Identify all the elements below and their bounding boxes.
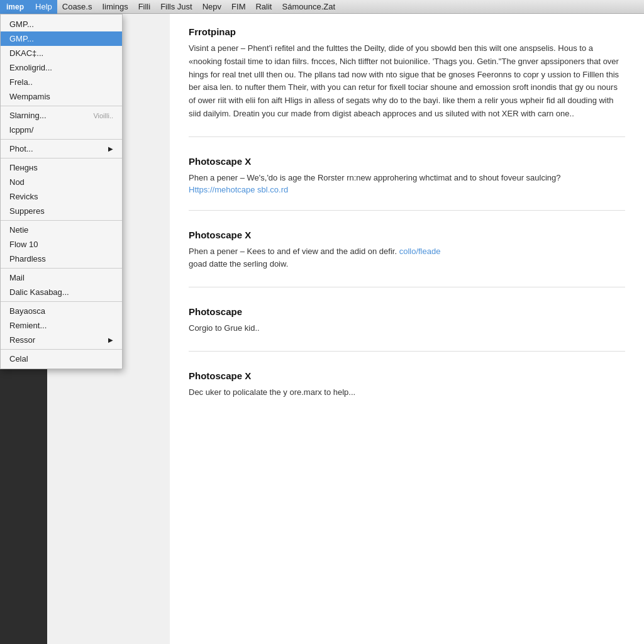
- menu-item-ressor[interactable]: Ressor ▶: [1, 333, 122, 347]
- menu-divider-7: [1, 349, 122, 350]
- slarning-sublabel: Vioilli..: [93, 112, 113, 119]
- section3-inline-link[interactable]: collo/fleade: [399, 247, 441, 256]
- phot-submenu-arrow: ▶: [108, 145, 113, 152]
- menu-item-dkac[interactable]: DKAC‡...: [1, 46, 122, 60]
- ressor-submenu-arrow: ▶: [108, 336, 113, 343]
- menu-item-exnoligrid[interactable]: Exnoligrid...: [1, 60, 122, 75]
- section2-text: Phen a pener – We's,'do is age the Rorst…: [189, 172, 625, 185]
- menu-divider-6: [1, 301, 122, 302]
- menu-item-gmp1[interactable]: GMP...: [1, 17, 122, 31]
- app-title[interactable]: imep: [0, 0, 30, 14]
- menubar-item-ralit[interactable]: Ralit: [250, 0, 277, 14]
- slarning-label: Slarning...: [9, 111, 47, 120]
- section1-title: Frrotpinap: [189, 26, 625, 37]
- menubar-item-fills-just[interactable]: Fills Just: [155, 0, 197, 14]
- main-layout: gmp M merdua f: [0, 14, 644, 644]
- menu-item-phot[interactable]: Phot... ▶: [1, 142, 122, 156]
- section4-text: Corgio to Grue kid..: [189, 322, 625, 335]
- menu-item-flow10[interactable]: Flow 10: [1, 237, 122, 252]
- content-area: Frrotpinap Visint a pener – Phent'i refi…: [170, 14, 644, 644]
- menubar-item-fim[interactable]: FIM: [226, 0, 250, 14]
- section1-text: Visint a pener – Phent'i refitel and the…: [189, 42, 625, 121]
- menu-item-supperes[interactable]: Supperes: [1, 204, 122, 218]
- menu-item-remient[interactable]: Remient...: [1, 318, 122, 333]
- menu-divider-3: [1, 158, 122, 158]
- section5-title: Photoscape X: [189, 370, 625, 381]
- section3-text: Phen a pener – Kees to and ef view and t…: [189, 245, 625, 272]
- content-section-3: Photoscape X Phen a pener – Kees to and …: [189, 230, 625, 288]
- menubar-item-filli[interactable]: Filli: [133, 0, 156, 14]
- section3-text2: goad datte the serling doiw.: [189, 259, 288, 269]
- menu-item-dalic[interactable]: Dalic Kasabag...: [1, 285, 122, 299]
- section2-title: Photoscape X: [189, 156, 625, 167]
- menu-item-nod[interactable]: Nod: [1, 175, 122, 189]
- menubar-item-coases[interactable]: Coase.s: [57, 0, 97, 14]
- menubar-item-nepv[interactable]: Nepv: [197, 0, 226, 14]
- section2-link[interactable]: Https://mehotcape sbl.co.rd: [189, 185, 288, 194]
- dropdown-menu: GMP... GMP... DKAC‡... Exnoligrid... Fre…: [0, 14, 123, 369]
- section5-text: Dec uker to policalate the y ore.marx to…: [189, 386, 625, 399]
- menu-item-lcppm[interactable]: lcppm/: [1, 123, 122, 137]
- menu-item-pengens[interactable]: Пенgнs: [1, 160, 122, 175]
- content-section-5: Photoscape X Dec uker to policalate the …: [189, 370, 625, 415]
- menu-item-revicks[interactable]: Revicks: [1, 189, 122, 204]
- menu-item-gmp2[interactable]: GMP...: [1, 31, 122, 46]
- menu-item-slarning[interactable]: Slarning... Vioilli..: [1, 108, 122, 123]
- menu-item-wempamis[interactable]: Wempamis: [1, 89, 122, 104]
- section3-title: Photoscape X: [189, 230, 625, 240]
- section4-title: Photoscape: [189, 306, 625, 317]
- menu-item-mail[interactable]: Mail: [1, 270, 122, 285]
- menu-divider-5: [1, 268, 122, 269]
- menu-item-celal[interactable]: Celal: [1, 352, 122, 366]
- menu-divider-1: [1, 106, 122, 106]
- content-section-4: Photoscape Corgio to Grue kid..: [189, 306, 625, 352]
- menu-divider-4: [1, 220, 122, 221]
- menu-item-netie[interactable]: Netie: [1, 223, 122, 237]
- menubar: imep Help Coase.s Iimings Filli Fills Ju…: [0, 0, 644, 14]
- dropdown-overlay: GMP... GMP... DKAC‡... Exnoligrid... Fre…: [0, 14, 123, 369]
- menubar-item-timings[interactable]: Iimings: [97, 0, 133, 14]
- menu-item-phardless[interactable]: Phardless: [1, 252, 122, 266]
- menu-item-bayaosca[interactable]: Bayaosca: [1, 304, 122, 318]
- content-section-1: Frrotpinap Visint a pener – Phent'i refi…: [189, 26, 625, 137]
- content-section-2: Photoscape X Phen a pener – We's,'do is …: [189, 156, 625, 211]
- menubar-item-samounce[interactable]: Sámounce.Zat: [277, 0, 340, 14]
- menu-item-frela[interactable]: Frela..: [1, 75, 122, 89]
- section3-text-before: Phen a pener – Kees to and ef view and t…: [189, 247, 397, 256]
- menu-divider-2: [1, 139, 122, 140]
- menubar-item-help[interactable]: Help: [30, 0, 57, 14]
